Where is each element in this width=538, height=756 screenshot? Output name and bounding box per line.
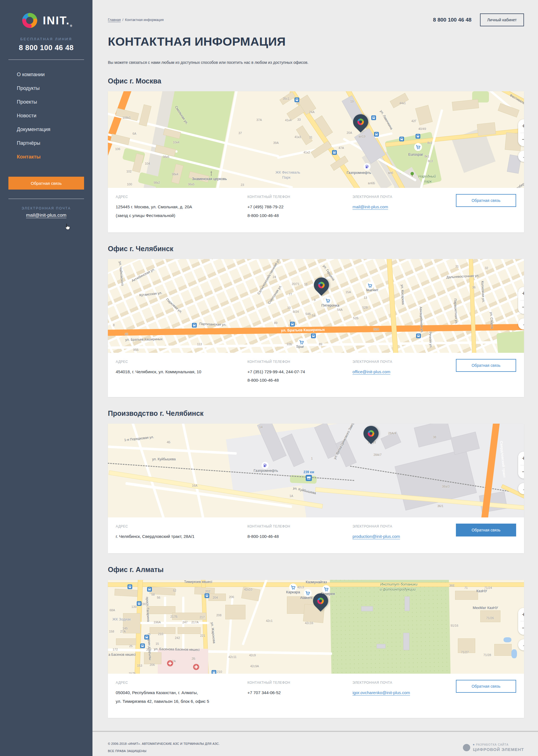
office-heading: Офис г. Челябинск — [108, 245, 524, 253]
developer-credit[interactable]: РАЗРАБОТКА САЙТА ЦИФРОВОЙ ЭЛЕМЕНТ — [463, 743, 524, 752]
breadcrumb-home-link[interactable]: Главная — [108, 18, 121, 22]
email-link[interactable]: production@init-plus.com — [352, 534, 400, 539]
office-map[interactable]: + − 1-я Порядковая ул.ул. Куйбышеваул. К… — [108, 424, 524, 517]
metro-icon — [147, 587, 152, 591]
map-shape — [115, 589, 137, 596]
map-label: 202 — [146, 648, 151, 651]
metro-icon — [204, 593, 209, 598]
sidebar-item-3[interactable]: Новости — [0, 109, 92, 123]
office-feedback-button[interactable]: Обратная связь — [456, 194, 516, 207]
geolocation-button[interactable] — [518, 639, 524, 650]
metro-icon — [140, 643, 145, 648]
metro-icon — [128, 584, 132, 589]
map-shape — [404, 633, 409, 650]
map-label: ул. Басенова Басенов көшесі — [154, 647, 200, 651]
metro-icon — [192, 323, 197, 328]
map-label: 42Г — [411, 119, 416, 123]
office-map[interactable]: + − Смольная ул.ул. ЛавочкинаФестивальна… — [108, 91, 524, 188]
map-label: Eurospar — [408, 152, 423, 157]
sidebar-item-4[interactable]: Документация — [0, 123, 92, 136]
map-shape — [108, 648, 332, 655]
sidebar-item-6[interactable]: Контакты — [0, 150, 92, 164]
map-label: 56А — [373, 328, 379, 331]
map-zoom-controls: + − — [518, 119, 524, 146]
email-link[interactable]: igor.ovcharenko@init-plus.com — [352, 690, 410, 695]
office-heading: Офис г. Алматы — [108, 566, 524, 574]
divider — [8, 59, 84, 60]
map-shape — [511, 649, 517, 658]
address-value: 050040, Республика Казахстан, г. Алматы, — [116, 688, 247, 697]
map-label: 6А — [133, 132, 136, 135]
email-link[interactable]: office@init-plus.com — [352, 369, 390, 374]
account-button[interactable]: Личный кабинет — [480, 14, 524, 26]
map-label: 1А — [290, 494, 293, 497]
office-map[interactable]: + − Тимирязев көшесіпросп. ГагаринаГагар… — [108, 580, 524, 674]
metro-icon — [332, 150, 337, 155]
logo[interactable]: INIT.® — [0, 11, 92, 30]
cart-icon — [324, 297, 332, 305]
footer: © 2006-2018 «ИНИТ». АВТОМАТИЧЕСКИЕ АЗС И… — [92, 731, 538, 756]
map-label: 27А — [120, 630, 126, 633]
map-street-grid — [108, 259, 524, 353]
map-label: 208 — [216, 613, 221, 617]
map-label: 71/24 — [484, 586, 492, 590]
gas-icon — [363, 163, 371, 170]
address-value: 125445 г. Москва, ул. Смольная, д. 20А — [116, 203, 247, 212]
map-zoom-controls: + − — [518, 451, 524, 479]
zoom-in-button[interactable]: + — [518, 608, 524, 621]
map-label: 10к4 — [173, 141, 179, 144]
map-label: 158 — [109, 630, 114, 633]
sidebar-feedback-button[interactable]: Обратная связь — [8, 177, 84, 190]
office-feedback-button[interactable]: Обратная связь — [456, 359, 516, 372]
breadcrumb-separator: / — [123, 18, 123, 22]
map-label: 71 — [464, 586, 468, 590]
offices-list: Офис г. Москва + − Смольная ул.ул. Лавоч… — [108, 77, 524, 718]
sidebar-item-2[interactable]: Проекты — [0, 95, 92, 109]
free-line-label: БЕСПЛАТНАЯ ЛИНИЯ — [0, 37, 92, 41]
office-map[interactable]: + − ул. ЧайковскогоАктюбинская ул.Кутаис… — [108, 259, 524, 353]
phone-value: 8-800-100-46-48 — [247, 532, 352, 541]
page-title: КОНТАКТНАЯ ИНФОРМАЦИЯ — [108, 35, 524, 48]
map-label: 32 — [485, 266, 488, 270]
zoom-in-button[interactable]: + — [518, 451, 524, 465]
sidebar-email-link[interactable]: mail@init-plus.com — [0, 213, 92, 218]
map-zoom-controls: + − — [518, 608, 524, 635]
map-label: 210 — [158, 632, 163, 636]
map-label: 38а/3 — [442, 485, 450, 488]
map-label: 18 — [304, 283, 307, 286]
map-label: 95Б — [133, 348, 138, 352]
map-shape — [504, 637, 511, 642]
email-link[interactable]: mail@init-plus.com — [352, 205, 388, 209]
map-label: 96к5 — [188, 183, 194, 186]
sidebar-nav: О компанииПродуктыПроектыНовостиДокумент… — [0, 68, 92, 164]
cart-icon — [366, 281, 374, 290]
phone-value-2: 8-800-100-46-48 — [247, 212, 352, 220]
map-label: 93Б — [287, 343, 292, 346]
map-label: ул. Лавочкина — [379, 110, 394, 130]
map-shape — [495, 644, 511, 655]
address-label: АДРЕС — [116, 681, 247, 685]
sidebar-item-1[interactable]: Продукты — [0, 81, 92, 95]
office-feedback-button[interactable]: Обратная связь — [456, 680, 516, 693]
developer-logo-icon — [463, 744, 470, 751]
map-label: 8 — [113, 323, 115, 327]
map-label: 56 — [157, 596, 160, 599]
office-card: + − 1-я Порядковая ул.ул. Куйбышеваул. К… — [108, 424, 524, 553]
map-label: 16А — [192, 484, 197, 487]
map-label: вл6 — [388, 171, 393, 174]
office-feedback-button[interactable]: Обратная связь — [456, 524, 516, 537]
map-label: 52В — [362, 306, 368, 309]
sidebar-item-0[interactable]: О компании — [0, 68, 92, 81]
phone-label: КОНТАКТНЫЙ ТЕЛЕФОН — [247, 524, 352, 528]
map-label: 42с9 — [249, 653, 256, 657]
map-shape — [108, 446, 237, 455]
metro-icon — [399, 137, 404, 141]
map-label: 68А — [110, 608, 115, 612]
zoom-in-button[interactable]: + — [518, 119, 524, 133]
sidebar-item-5[interactable]: Партнёры — [0, 136, 92, 150]
zoom-out-button[interactable]: − — [518, 621, 524, 635]
map-label: 19 — [350, 100, 353, 103]
map-shape — [158, 649, 208, 674]
map-label: 28А/7 — [373, 453, 382, 456]
sidebar-email-label: ЭЛЕКТРОННАЯ ПОЧТА — [0, 206, 92, 210]
